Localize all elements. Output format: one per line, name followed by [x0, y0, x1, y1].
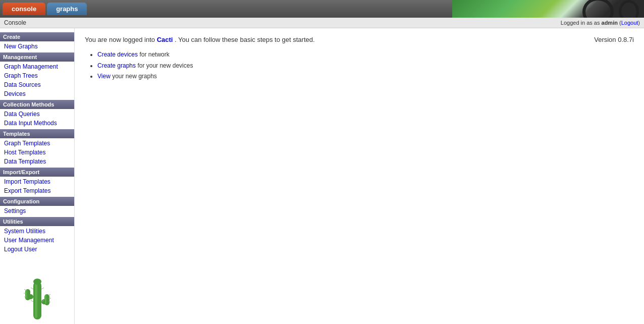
console-label: Console [4, 19, 26, 26]
logout-link[interactable]: Logout [621, 20, 638, 26]
sidebar-item-data-queries[interactable]: Data Queries [0, 110, 74, 119]
status-bar: Console Logged in as as admin (Logout) [0, 18, 644, 28]
top-navigation-bar: console graphs [0, 0, 644, 18]
svg-rect-7 [45, 295, 46, 304]
login-info: Logged in as as admin (Logout) [561, 20, 640, 26]
step-create-graphs: Create graphs for your new devices [97, 61, 634, 72]
welcome-message: You are now logged into Cacti . You can … [85, 36, 315, 43]
sidebar-item-settings[interactable]: Settings [0, 206, 74, 215]
console-tab[interactable]: console [3, 3, 45, 15]
sidebar-item-devices[interactable]: Devices [0, 89, 74, 98]
main-layout: Create New Graphs Management Graph Manag… [0, 28, 644, 324]
sidebar-item-host-templates[interactable]: Host Templates [0, 148, 74, 157]
sidebar-header-create: Create [0, 32, 74, 41]
sidebar-item-system-utilities[interactable]: System Utilities [0, 227, 74, 236]
sidebar-item-logout-user[interactable]: Logout User [0, 245, 74, 254]
sidebar-header-management: Management [0, 52, 74, 62]
sidebar-header-templates: Templates [0, 129, 74, 138]
cactus-image [0, 264, 74, 324]
svg-line-9 [24, 289, 26, 291]
svg-rect-4 [26, 290, 27, 299]
create-devices-link[interactable]: Create devices [97, 51, 138, 58]
steps-list: Create devices for network Create graphs… [97, 49, 634, 82]
sidebar-header-configuration: Configuration [0, 197, 74, 206]
sidebar-header-collection-methods: Collection Methods [0, 100, 74, 109]
sidebar-item-graph-trees[interactable]: Graph Trees [0, 71, 74, 80]
cacti-link[interactable]: Cacti [157, 36, 173, 43]
sidebar-header-utilities: Utilities [0, 217, 74, 226]
graphs-tab[interactable]: graphs [47, 3, 87, 15]
create-graphs-link[interactable]: Create graphs [97, 62, 136, 69]
sidebar-item-data-templates[interactable]: Data Templates [0, 157, 74, 166]
version-label: Version 0.8.7i [594, 36, 634, 43]
step-create-devices: Create devices for network [97, 49, 634, 61]
view-link[interactable]: View [97, 73, 111, 80]
svg-line-17 [31, 300, 33, 302]
svg-line-15 [31, 288, 33, 289]
svg-line-12 [48, 294, 50, 296]
sidebar-item-new-graphs[interactable]: New Graphs [0, 42, 74, 51]
svg-line-16 [41, 288, 44, 289]
sidebar-item-data-sources[interactable]: Data Sources [0, 80, 74, 89]
sidebar-item-graph-management[interactable]: Graph Management [0, 62, 74, 71]
sidebar-item-export-templates[interactable]: Export Templates [0, 186, 74, 195]
svg-point-8 [33, 279, 41, 285]
sidebar-header-import-export: Import/Export [0, 168, 74, 177]
sidebar-item-user-management[interactable]: User Management [0, 236, 74, 245]
sidebar-item-graph-templates[interactable]: Graph Templates [0, 139, 74, 148]
main-content: You are now logged into Cacti . You can … [75, 28, 644, 324]
svg-rect-1 [35, 283, 37, 318]
sidebar-item-data-input-methods[interactable]: Data Input Methods [0, 119, 74, 128]
sidebar: Create New Graphs Management Graph Manag… [0, 28, 75, 324]
top-bar-image [452, 0, 644, 18]
step-view-graphs: View your new graphs [97, 71, 634, 82]
sidebar-item-import-templates[interactable]: Import Templates [0, 177, 74, 186]
